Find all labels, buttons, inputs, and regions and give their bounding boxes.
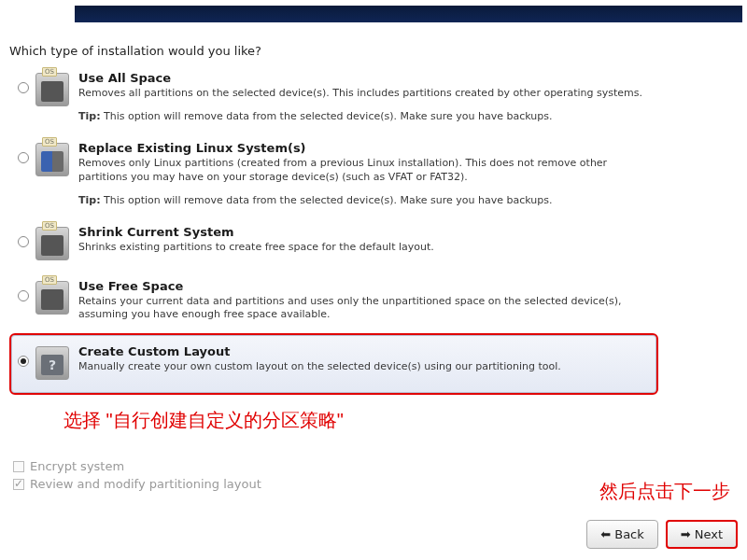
radio-custom-layout[interactable] — [18, 356, 29, 367]
option-description: Shrinks existing partitions to create fr… — [78, 241, 653, 255]
option-title: Use All Space — [78, 71, 653, 85]
next-button[interactable]: ➡ Next — [666, 520, 738, 549]
storage-split-icon: OS — [35, 143, 69, 176]
option-description: Removes only Linux partitions (created f… — [78, 157, 653, 185]
next-button-label: Next — [695, 527, 723, 541]
review-layout-label: Review and modify partitioning layout — [30, 477, 261, 491]
storage-free-icon: OS — [35, 281, 69, 315]
review-layout-checkbox — [13, 479, 24, 490]
back-button-label: Back — [614, 527, 644, 541]
button-bar: ⬅ Back ➡ Next — [586, 520, 738, 549]
storage-full-icon: OS — [35, 73, 69, 106]
option-use-all-space[interactable]: OS Use All Space Removes all partitions … — [9, 63, 658, 132]
encrypt-system-label: Encrypt system — [30, 459, 124, 473]
option-description: Removes all partitions on the selected d… — [78, 87, 653, 101]
review-layout-row: Review and modify partitioning layout — [13, 477, 261, 491]
option-title: Use Free Space — [78, 279, 653, 293]
option-title: Replace Existing Linux System(s) — [78, 141, 653, 155]
back-button[interactable]: ⬅ Back — [586, 520, 657, 549]
radio-use-all-space[interactable] — [18, 82, 29, 93]
radio-shrink-current[interactable] — [18, 236, 29, 247]
option-tip: Tip: This option will remove data from t… — [78, 194, 653, 206]
extra-options: Encrypt system Review and modify partiti… — [13, 459, 261, 495]
encrypt-system-checkbox — [13, 461, 24, 472]
option-title: Shrink Current System — [78, 225, 653, 239]
option-shrink-current[interactable]: OS Shrink Current System Shrinks existin… — [9, 217, 658, 270]
storage-shrink-icon: OS — [35, 227, 69, 260]
storage-custom-icon: ? — [35, 346, 69, 380]
option-custom-layout[interactable]: ? Create Custom Layout Manually create y… — [9, 333, 658, 395]
arrow-left-icon: ⬅ — [600, 528, 611, 540]
option-use-free-space[interactable]: OS Use Free Space Retains your current d… — [9, 272, 658, 332]
arrow-right-icon: ➡ — [681, 528, 691, 540]
option-title: Create Custom Layout — [78, 344, 653, 358]
option-description: Manually create your own custom layout o… — [78, 360, 653, 374]
option-replace-existing[interactable]: OS Replace Existing Linux System(s) Remo… — [9, 133, 658, 216]
radio-use-free-space[interactable] — [18, 290, 29, 301]
installation-type-prompt: Which type of installation would you lik… — [9, 44, 261, 58]
annotation-click-next: 然后点击下一步 — [599, 479, 730, 504]
annotation-select-custom: 选择 "自行创建自定义的分区策略" — [63, 408, 344, 433]
header-band — [75, 6, 742, 22]
option-tip: Tip: This option will remove data from t… — [78, 110, 653, 122]
encrypt-system-row: Encrypt system — [13, 459, 261, 473]
radio-replace-existing[interactable] — [18, 152, 29, 163]
installation-options: OS Use All Space Removes all partitions … — [9, 63, 658, 397]
option-description: Retains your current data and partitions… — [78, 295, 653, 323]
